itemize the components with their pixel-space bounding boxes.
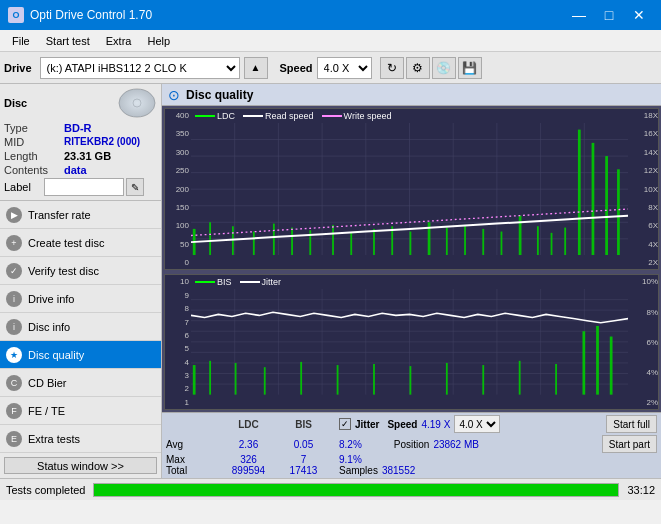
menu-file[interactable]: File	[4, 33, 38, 49]
disc-svg-icon	[117, 88, 157, 118]
svg-rect-28	[373, 229, 375, 255]
jitter-legend-label: Jitter	[262, 277, 282, 287]
label-edit-button[interactable]: ✎	[126, 178, 144, 196]
disc-quality-header-icon: ⊙	[168, 87, 180, 103]
nav-fe-te-label: FE / TE	[28, 405, 65, 417]
label-input[interactable]	[44, 178, 124, 196]
disc-info-icon: i	[6, 319, 22, 335]
max-jitter-value: 9.1%	[339, 454, 362, 465]
settings-button[interactable]: ⚙	[406, 57, 430, 79]
avg-bis-value: 0.05	[276, 439, 331, 450]
disc-quality-title: Disc quality	[186, 88, 253, 102]
chart1-inner	[191, 123, 628, 255]
mid-value: RITEKBR2 (000)	[64, 136, 140, 148]
extra-tests-icon: E	[6, 431, 22, 447]
menubar: File Start test Extra Help	[0, 30, 661, 52]
nav-drive-info[interactable]: i Drive info	[0, 285, 161, 313]
nav-disc-info-label: Disc info	[28, 321, 70, 333]
refresh-button[interactable]: ↻	[380, 57, 404, 79]
svg-rect-64	[235, 363, 237, 395]
bis-chart: BIS Jitter 10987654321 10%8%6%4%2%	[164, 274, 659, 410]
status-window-button[interactable]: Status window >>	[4, 457, 157, 474]
start-part-button[interactable]: Start part	[602, 435, 657, 453]
minimize-button[interactable]: —	[565, 4, 593, 26]
drive-info-icon: i	[6, 291, 22, 307]
speed-select-stats[interactable]: 4.0 X	[454, 415, 500, 433]
svg-rect-63	[209, 361, 211, 395]
save-button[interactable]: 💾	[458, 57, 482, 79]
nav-fe-te[interactable]: F FE / TE	[0, 397, 161, 425]
max-bis-value: 7	[276, 454, 331, 465]
total-bis-value: 17413	[276, 465, 331, 476]
avg-jitter-value: 8.2%	[339, 439, 362, 450]
nav-extra-tests[interactable]: E Extra tests	[0, 425, 161, 453]
nav-disc-quality-label: Disc quality	[28, 349, 84, 361]
nav-transfer-rate[interactable]: ▶ Transfer rate	[0, 201, 161, 229]
svg-rect-72	[519, 361, 521, 395]
svg-rect-68	[373, 364, 375, 395]
svg-rect-21	[232, 226, 234, 255]
nav-disc-info[interactable]: i Disc info	[0, 313, 161, 341]
transfer-rate-icon: ▶	[6, 207, 22, 223]
jitter-header: Jitter	[355, 419, 379, 430]
nav-cd-bier[interactable]: C CD Bier	[0, 369, 161, 397]
ldc-legend-label: LDC	[217, 111, 235, 121]
chart1-y-right: 18X16X14X12X10X8X6X4X2X	[630, 109, 658, 269]
nav-cd-bier-label: CD Bier	[28, 377, 67, 389]
app-icon: O	[8, 7, 24, 23]
menu-help[interactable]: Help	[139, 33, 178, 49]
jitter-checkbox[interactable]: ✓	[339, 418, 351, 430]
svg-rect-32	[446, 228, 448, 256]
verify-test-disc-icon: ✓	[6, 263, 22, 279]
drive-select[interactable]: (k:) ATAPI iHBS112 2 CLO K	[40, 57, 240, 79]
svg-rect-30	[410, 232, 412, 256]
position-label: Position	[394, 439, 430, 450]
maximize-button[interactable]: □	[595, 4, 623, 26]
total-label: Total	[166, 465, 221, 476]
svg-rect-38	[551, 233, 553, 256]
menu-start-test[interactable]: Start test	[38, 33, 98, 49]
disc-quality-icon: ★	[6, 347, 22, 363]
app-title: Opti Drive Control 1.70	[30, 8, 152, 22]
samples-label: Samples	[339, 465, 378, 476]
nav-create-test-disc[interactable]: + Create test disc	[0, 229, 161, 257]
svg-rect-43	[617, 169, 620, 255]
ldc-chart: LDC Read speed Write speed 4003503002502…	[164, 108, 659, 270]
svg-rect-35	[501, 232, 503, 256]
length-value: 23.31 GB	[64, 150, 111, 162]
eject-button[interactable]: ▲	[244, 57, 268, 79]
type-value: BD-R	[64, 122, 92, 134]
total-ldc-value: 899594	[221, 465, 276, 476]
svg-rect-76	[610, 337, 613, 395]
main-area: Disc Type BD-R MID	[0, 84, 661, 478]
progress-fill	[94, 484, 618, 496]
disc-button[interactable]: 💿	[432, 57, 456, 79]
write-speed-legend-label: Write speed	[344, 111, 392, 121]
nav-drive-info-label: Drive info	[28, 293, 74, 305]
disc-panel-title: Disc	[4, 97, 27, 109]
nav-disc-quality[interactable]: ★ Disc quality	[0, 341, 161, 369]
avg-ldc-value: 2.36	[221, 439, 276, 450]
svg-rect-24	[291, 228, 293, 256]
nav-verify-test-disc[interactable]: ✓ Verify test disc	[0, 257, 161, 285]
progress-container	[93, 483, 619, 497]
svg-rect-20	[209, 222, 211, 255]
svg-rect-69	[410, 366, 412, 395]
svg-rect-41	[592, 143, 595, 256]
close-button[interactable]: ✕	[625, 4, 653, 26]
position-value: 23862 MB	[433, 439, 479, 450]
speed-label: Speed	[280, 62, 313, 74]
menu-extra[interactable]: Extra	[98, 33, 140, 49]
svg-rect-27	[350, 233, 352, 256]
svg-rect-70	[446, 363, 448, 395]
stats-bar: LDC BIS ✓ Jitter Speed 4.19 X 4.0 X Star…	[162, 412, 661, 478]
start-full-button[interactable]: Start full	[606, 415, 657, 433]
speed-select[interactable]: 4.0 X	[317, 57, 372, 79]
svg-rect-34	[482, 229, 484, 255]
jitter-section: ✓ Jitter	[339, 418, 379, 430]
chart2-y-left: 10987654321	[165, 275, 189, 409]
svg-rect-40	[578, 130, 581, 256]
nav-transfer-rate-label: Transfer rate	[28, 209, 91, 221]
svg-rect-26	[332, 225, 334, 255]
svg-rect-65	[264, 368, 266, 395]
